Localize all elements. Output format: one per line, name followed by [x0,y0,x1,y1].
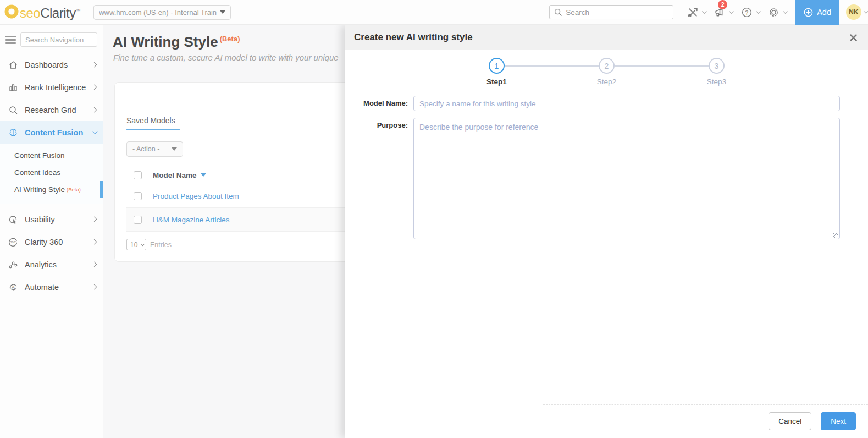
tab-saved-models[interactable]: Saved Models [126,116,175,130]
settings-menu[interactable] [764,7,790,18]
chevron-right-icon [92,62,97,68]
step-2-label: Step2 [597,78,616,86]
notification-badge: 2 [718,0,727,9]
step-1[interactable]: 1 Step1 [442,58,552,86]
sidebar-item-label: Content Fusion [25,128,92,137]
sidebar: Dashboards Rank Intelligence Research Gr… [0,25,103,438]
chevron-right-icon [92,217,97,222]
modal-title: Create new AI writing style [354,32,848,43]
sort-desc-icon[interactable] [201,173,206,177]
chevron-down-icon [220,10,225,14]
sidebar-item-clarity-360[interactable]: 360° Clarity 360 [0,231,103,253]
purpose-textarea[interactable] [413,118,840,239]
sidebar-subitem-label: AI Writing Style [14,185,65,194]
chevron-down-icon [783,9,787,13]
action-dropdown-value: - Action - [132,145,159,153]
gear-icon [768,7,779,18]
modal-footer: Cancel Next [345,404,868,438]
automate-icon: A [8,282,19,292]
model-name-label: Model Name: [345,96,413,111]
domain-selector[interactable]: www.hm.com (US-en) - Internal Training [93,5,231,20]
sidebar-item-analytics[interactable]: Analytics [0,253,103,276]
sidebar-item-label: Research Grid [25,106,92,114]
step-2[interactable]: 2 Step2 [552,58,662,86]
sidebar-item-label: Usability [25,215,92,224]
sidebar-subitem-content-ideas[interactable]: Content Ideas [0,164,103,181]
seoclarity-gear-icon [3,0,20,22]
seoclarity-logo[interactable]: seoClarity™ [0,0,86,24]
entries-per-page-select[interactable]: 10 [126,239,146,250]
sidebar-item-label: Automate [25,283,92,292]
model-name-input[interactable] [413,96,840,111]
model-link[interactable]: H&M Magazine Articles [153,216,230,224]
chevron-down-icon [729,9,733,13]
writing-style-form: Model Name: Purpose: [345,96,868,242]
step-1-circle: 1 [489,58,505,74]
select-all-checkbox[interactable] [134,171,142,179]
chevron-right-icon [92,239,97,245]
svg-text:?: ? [745,9,749,15]
wizard-stepper: 1 Step1 2 Step2 3 Step3 [442,58,772,86]
announcements-menu[interactable]: 2 [710,7,736,18]
sidebar-subitem-content-fusion[interactable]: Content Fusion [0,147,103,164]
add-button-label: Add [817,8,831,17]
close-icon[interactable] [848,32,859,43]
sidebar-item-content-fusion[interactable]: Content Fusion [0,121,103,144]
sidebar-search-input[interactable] [20,32,97,47]
help-menu[interactable]: ? [737,7,763,18]
sidebar-item-label: Clarity 360 [25,238,92,247]
global-search[interactable] [549,5,673,19]
chevron-down-icon [756,9,760,13]
help-icon: ? [741,7,753,18]
resize-handle[interactable] [833,233,838,238]
sidebar-item-label: Dashboards [25,61,92,69]
sidebar-item-rank-intelligence[interactable]: Rank Intelligence [0,76,103,98]
tools-menu[interactable] [683,7,709,18]
step-3[interactable]: 3 Step3 [662,58,772,86]
modal-header: Create new AI writing style [345,25,868,50]
chevron-down-icon [702,9,706,13]
sidebar-item-dashboards[interactable]: Dashboards [0,53,103,76]
add-button[interactable]: Add [795,0,839,25]
clarity-360-icon: 360° [8,237,19,247]
sidebar-subitem-label: Content Fusion [14,151,65,160]
column-header-model-name[interactable]: Model Name [153,171,197,179]
step-1-label: Step1 [486,78,507,86]
top-bar: seoClarity™ www.hm.com (US-en) - Interna… [0,0,868,25]
beta-tag: (Beta) [67,187,81,193]
search-icon [554,8,562,17]
row-checkbox[interactable] [134,216,142,224]
chevron-down-icon[interactable] [864,9,868,13]
home-icon [8,60,19,70]
tools-icon [687,7,699,18]
bar-chart-icon [8,83,19,92]
entries-label: Entries [150,241,172,249]
sidebar-item-usability[interactable]: Usability [0,208,103,231]
chevron-down-icon [92,129,98,134]
svg-text:360°: 360° [10,240,16,244]
beta-tag: (Beta) [220,35,240,43]
content-fusion-subgroup: Content Fusion Content Ideas AI Writing … [0,144,103,204]
create-writing-style-panel: Create new AI writing style 1 Step1 2 St… [345,25,868,438]
sidebar-item-label: Rank Intelligence [25,83,92,92]
action-dropdown[interactable]: - Action - [126,141,183,157]
avatar[interactable]: NK [846,4,861,20]
sidebar-item-research-grid[interactable]: Research Grid [0,98,103,121]
step-3-circle: 3 [709,58,725,74]
chevron-right-icon [92,262,97,267]
sidebar-subitem-ai-writing-style[interactable]: AI Writing Style (Beta) [0,181,103,198]
menu-toggle-icon[interactable] [5,34,16,46]
model-link[interactable]: Product Pages About Item [153,192,239,200]
brain-icon [8,128,19,138]
cancel-button[interactable]: Cancel [769,412,811,430]
next-button[interactable]: Next [821,412,856,430]
global-search-input[interactable] [566,8,668,17]
chevron-down-icon [141,242,145,246]
sidebar-item-automate[interactable]: A Automate [0,276,103,298]
network-nodes-icon [8,260,19,270]
chevron-right-icon [92,284,97,290]
chevron-right-icon [92,85,97,90]
step-connector [505,65,599,67]
cursor-click-icon [8,215,19,225]
row-checkbox[interactable] [134,192,142,200]
